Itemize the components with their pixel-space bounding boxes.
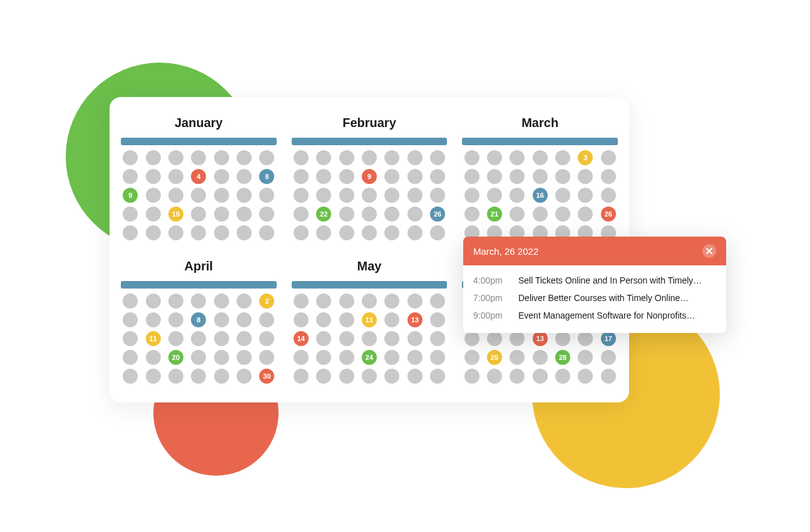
event-row[interactable]: 9:00pmEvent Management Software for Nonp…	[473, 307, 716, 324]
day-cell[interactable]	[259, 188, 274, 203]
day-cell[interactable]	[259, 207, 274, 222]
day-cell[interactable]	[510, 188, 525, 203]
day-cell[interactable]	[430, 225, 445, 240]
day-cell[interactable]	[168, 331, 183, 346]
day-cell[interactable]	[430, 312, 445, 327]
day-cell[interactable]	[123, 207, 138, 222]
day-cell[interactable]	[316, 331, 331, 346]
day-cell[interactable]	[146, 169, 161, 184]
day-cell[interactable]	[191, 331, 206, 346]
day-cell[interactable]	[430, 369, 445, 384]
day-cell[interactable]	[487, 369, 502, 384]
day-cell[interactable]	[168, 294, 183, 309]
day-cell[interactable]	[146, 350, 161, 365]
day-cell[interactable]	[430, 294, 445, 309]
day-event[interactable]: 30	[259, 369, 274, 384]
day-cell[interactable]	[533, 169, 548, 184]
day-cell[interactable]	[214, 188, 229, 203]
day-event[interactable]: 11	[146, 331, 161, 346]
day-event[interactable]: 19	[168, 207, 183, 222]
day-cell[interactable]	[146, 207, 161, 222]
day-cell[interactable]	[168, 225, 183, 240]
day-event[interactable]: 9	[362, 169, 377, 184]
day-cell[interactable]	[408, 207, 423, 222]
day-cell[interactable]	[214, 294, 229, 309]
day-cell[interactable]	[384, 369, 399, 384]
day-cell[interactable]	[168, 369, 183, 384]
day-cell[interactable]	[168, 312, 183, 327]
day-cell[interactable]	[237, 312, 252, 327]
day-cell[interactable]	[384, 169, 399, 184]
day-event[interactable]: 4	[191, 169, 206, 184]
day-cell[interactable]	[146, 225, 161, 240]
day-cell[interactable]	[191, 150, 206, 165]
day-cell[interactable]	[555, 150, 570, 165]
day-cell[interactable]	[430, 331, 445, 346]
day-event[interactable]: 2	[259, 294, 274, 309]
day-cell[interactable]	[168, 150, 183, 165]
day-cell[interactable]	[214, 331, 229, 346]
day-cell[interactable]	[578, 350, 593, 365]
day-cell[interactable]	[214, 150, 229, 165]
day-cell[interactable]	[533, 350, 548, 365]
close-icon[interactable]	[702, 244, 716, 258]
day-cell[interactable]	[146, 312, 161, 327]
day-cell[interactable]	[408, 294, 423, 309]
day-cell[interactable]	[430, 188, 445, 203]
day-cell[interactable]	[237, 331, 252, 346]
day-cell[interactable]	[316, 188, 331, 203]
day-cell[interactable]	[146, 188, 161, 203]
day-event[interactable]: 28	[555, 350, 570, 365]
day-cell[interactable]	[191, 188, 206, 203]
day-cell[interactable]	[123, 312, 138, 327]
day-cell[interactable]	[123, 331, 138, 346]
event-row[interactable]: 7:00pmDeliver Better Courses with Timely…	[473, 289, 716, 307]
day-cell[interactable]	[237, 150, 252, 165]
day-cell[interactable]	[259, 312, 274, 327]
day-cell[interactable]	[430, 169, 445, 184]
day-cell[interactable]	[578, 188, 593, 203]
day-cell[interactable]	[214, 312, 229, 327]
day-cell[interactable]	[123, 294, 138, 309]
day-cell[interactable]	[510, 331, 525, 346]
day-cell[interactable]	[316, 312, 331, 327]
day-cell[interactable]	[487, 331, 502, 346]
day-cell[interactable]	[294, 225, 309, 240]
day-cell[interactable]	[555, 369, 570, 384]
day-cell[interactable]	[464, 331, 479, 346]
day-cell[interactable]	[555, 207, 570, 222]
day-cell[interactable]	[578, 169, 593, 184]
day-cell[interactable]	[214, 350, 229, 365]
day-cell[interactable]	[487, 150, 502, 165]
day-cell[interactable]	[237, 188, 252, 203]
day-cell[interactable]	[384, 225, 399, 240]
day-cell[interactable]	[294, 312, 309, 327]
day-cell[interactable]	[555, 169, 570, 184]
day-cell[interactable]	[430, 150, 445, 165]
day-cell[interactable]	[578, 331, 593, 346]
day-cell[interactable]	[533, 207, 548, 222]
day-event[interactable]: 8	[191, 312, 206, 327]
day-cell[interactable]	[408, 188, 423, 203]
day-event[interactable]: 21	[487, 207, 502, 222]
day-cell[interactable]	[464, 150, 479, 165]
day-cell[interactable]	[362, 331, 377, 346]
day-cell[interactable]	[294, 150, 309, 165]
day-cell[interactable]	[533, 369, 548, 384]
day-cell[interactable]	[123, 225, 138, 240]
day-cell[interactable]	[191, 369, 206, 384]
day-cell[interactable]	[362, 207, 377, 222]
day-cell[interactable]	[339, 312, 354, 327]
day-cell[interactable]	[316, 294, 331, 309]
day-cell[interactable]	[294, 188, 309, 203]
day-cell[interactable]	[339, 350, 354, 365]
day-event[interactable]: 17	[601, 331, 616, 346]
day-cell[interactable]	[123, 169, 138, 184]
day-cell[interactable]	[339, 169, 354, 184]
day-cell[interactable]	[259, 150, 274, 165]
day-cell[interactable]	[510, 369, 525, 384]
day-cell[interactable]	[362, 150, 377, 165]
day-cell[interactable]	[555, 188, 570, 203]
day-cell[interactable]	[316, 350, 331, 365]
day-cell[interactable]	[294, 207, 309, 222]
